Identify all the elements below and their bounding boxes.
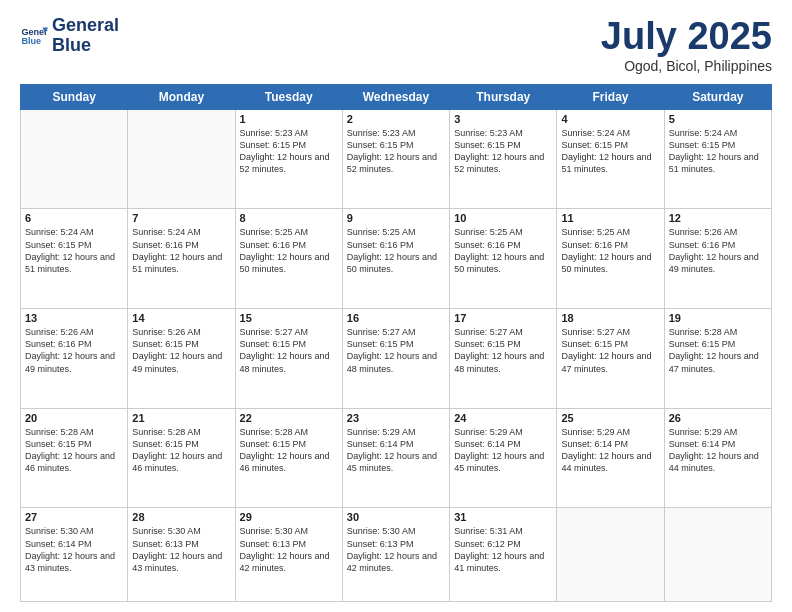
- day-info: Sunrise: 5:24 AMSunset: 6:15 PMDaylight:…: [561, 127, 659, 176]
- day-info: Sunrise: 5:25 AMSunset: 6:16 PMDaylight:…: [240, 226, 338, 275]
- day-info: Sunrise: 5:30 AMSunset: 6:13 PMDaylight:…: [240, 525, 338, 574]
- calendar-cell: 25Sunrise: 5:29 AMSunset: 6:14 PMDayligh…: [557, 408, 664, 508]
- day-number: 18: [561, 312, 659, 324]
- calendar-cell: 19Sunrise: 5:28 AMSunset: 6:15 PMDayligh…: [664, 309, 771, 409]
- day-number: 27: [25, 511, 123, 523]
- day-number: 9: [347, 212, 445, 224]
- calendar-cell: 24Sunrise: 5:29 AMSunset: 6:14 PMDayligh…: [450, 408, 557, 508]
- calendar-cell: 10Sunrise: 5:25 AMSunset: 6:16 PMDayligh…: [450, 209, 557, 309]
- day-number: 21: [132, 412, 230, 424]
- day-info: Sunrise: 5:25 AMSunset: 6:16 PMDaylight:…: [347, 226, 445, 275]
- weekday-header-wednesday: Wednesday: [342, 84, 449, 109]
- weekday-header-monday: Monday: [128, 84, 235, 109]
- calendar-cell: 8Sunrise: 5:25 AMSunset: 6:16 PMDaylight…: [235, 209, 342, 309]
- calendar-cell: [557, 508, 664, 602]
- day-info: Sunrise: 5:28 AMSunset: 6:15 PMDaylight:…: [669, 326, 767, 375]
- day-info: Sunrise: 5:27 AMSunset: 6:15 PMDaylight:…: [454, 326, 552, 375]
- calendar-cell: 4Sunrise: 5:24 AMSunset: 6:15 PMDaylight…: [557, 109, 664, 209]
- calendar-cell: 9Sunrise: 5:25 AMSunset: 6:16 PMDaylight…: [342, 209, 449, 309]
- day-number: 2: [347, 113, 445, 125]
- day-number: 12: [669, 212, 767, 224]
- day-info: Sunrise: 5:25 AMSunset: 6:16 PMDaylight:…: [561, 226, 659, 275]
- calendar-cell: 1Sunrise: 5:23 AMSunset: 6:15 PMDaylight…: [235, 109, 342, 209]
- day-info: Sunrise: 5:27 AMSunset: 6:15 PMDaylight:…: [240, 326, 338, 375]
- title-block: July 2025 Ogod, Bicol, Philippines: [601, 16, 772, 74]
- day-info: Sunrise: 5:30 AMSunset: 6:14 PMDaylight:…: [25, 525, 123, 574]
- location-subtitle: Ogod, Bicol, Philippines: [601, 58, 772, 74]
- day-number: 28: [132, 511, 230, 523]
- svg-text:Blue: Blue: [21, 36, 41, 46]
- day-number: 31: [454, 511, 552, 523]
- day-info: Sunrise: 5:23 AMSunset: 6:15 PMDaylight:…: [347, 127, 445, 176]
- day-number: 5: [669, 113, 767, 125]
- weekday-header-tuesday: Tuesday: [235, 84, 342, 109]
- weekday-header-thursday: Thursday: [450, 84, 557, 109]
- weekday-header-sunday: Sunday: [21, 84, 128, 109]
- calendar-cell: 27Sunrise: 5:30 AMSunset: 6:14 PMDayligh…: [21, 508, 128, 602]
- logo: General Blue General Blue: [20, 16, 119, 56]
- calendar-cell: 28Sunrise: 5:30 AMSunset: 6:13 PMDayligh…: [128, 508, 235, 602]
- day-info: Sunrise: 5:31 AMSunset: 6:12 PMDaylight:…: [454, 525, 552, 574]
- calendar-cell: 22Sunrise: 5:28 AMSunset: 6:15 PMDayligh…: [235, 408, 342, 508]
- day-info: Sunrise: 5:28 AMSunset: 6:15 PMDaylight:…: [25, 426, 123, 475]
- calendar-cell: 6Sunrise: 5:24 AMSunset: 6:15 PMDaylight…: [21, 209, 128, 309]
- day-number: 24: [454, 412, 552, 424]
- day-number: 17: [454, 312, 552, 324]
- page: General Blue General Blue July 2025 Ogod…: [0, 0, 792, 612]
- calendar-cell: 21Sunrise: 5:28 AMSunset: 6:15 PMDayligh…: [128, 408, 235, 508]
- calendar-cell: 3Sunrise: 5:23 AMSunset: 6:15 PMDaylight…: [450, 109, 557, 209]
- day-info: Sunrise: 5:27 AMSunset: 6:15 PMDaylight:…: [347, 326, 445, 375]
- day-number: 7: [132, 212, 230, 224]
- day-number: 26: [669, 412, 767, 424]
- day-info: Sunrise: 5:29 AMSunset: 6:14 PMDaylight:…: [669, 426, 767, 475]
- calendar-cell: 30Sunrise: 5:30 AMSunset: 6:13 PMDayligh…: [342, 508, 449, 602]
- day-number: 20: [25, 412, 123, 424]
- calendar-week-row: 13Sunrise: 5:26 AMSunset: 6:16 PMDayligh…: [21, 309, 772, 409]
- calendar-cell: 17Sunrise: 5:27 AMSunset: 6:15 PMDayligh…: [450, 309, 557, 409]
- day-number: 4: [561, 113, 659, 125]
- day-info: Sunrise: 5:29 AMSunset: 6:14 PMDaylight:…: [561, 426, 659, 475]
- calendar-table: SundayMondayTuesdayWednesdayThursdayFrid…: [20, 84, 772, 602]
- day-number: 14: [132, 312, 230, 324]
- day-number: 19: [669, 312, 767, 324]
- calendar-cell: 15Sunrise: 5:27 AMSunset: 6:15 PMDayligh…: [235, 309, 342, 409]
- day-number: 8: [240, 212, 338, 224]
- day-number: 13: [25, 312, 123, 324]
- weekday-header-row: SundayMondayTuesdayWednesdayThursdayFrid…: [21, 84, 772, 109]
- calendar-cell: 7Sunrise: 5:24 AMSunset: 6:16 PMDaylight…: [128, 209, 235, 309]
- day-number: 29: [240, 511, 338, 523]
- day-number: 25: [561, 412, 659, 424]
- day-info: Sunrise: 5:25 AMSunset: 6:16 PMDaylight:…: [454, 226, 552, 275]
- day-number: 10: [454, 212, 552, 224]
- calendar-cell: 31Sunrise: 5:31 AMSunset: 6:12 PMDayligh…: [450, 508, 557, 602]
- calendar-cell: 16Sunrise: 5:27 AMSunset: 6:15 PMDayligh…: [342, 309, 449, 409]
- calendar-cell: [664, 508, 771, 602]
- calendar-cell: 20Sunrise: 5:28 AMSunset: 6:15 PMDayligh…: [21, 408, 128, 508]
- weekday-header-friday: Friday: [557, 84, 664, 109]
- day-info: Sunrise: 5:24 AMSunset: 6:15 PMDaylight:…: [669, 127, 767, 176]
- calendar-cell: 12Sunrise: 5:26 AMSunset: 6:16 PMDayligh…: [664, 209, 771, 309]
- day-number: 15: [240, 312, 338, 324]
- day-info: Sunrise: 5:23 AMSunset: 6:15 PMDaylight:…: [240, 127, 338, 176]
- calendar-cell: [128, 109, 235, 209]
- day-info: Sunrise: 5:24 AMSunset: 6:15 PMDaylight:…: [25, 226, 123, 275]
- day-info: Sunrise: 5:23 AMSunset: 6:15 PMDaylight:…: [454, 127, 552, 176]
- day-info: Sunrise: 5:24 AMSunset: 6:16 PMDaylight:…: [132, 226, 230, 275]
- calendar-cell: 26Sunrise: 5:29 AMSunset: 6:14 PMDayligh…: [664, 408, 771, 508]
- calendar-cell: 23Sunrise: 5:29 AMSunset: 6:14 PMDayligh…: [342, 408, 449, 508]
- day-number: 11: [561, 212, 659, 224]
- day-info: Sunrise: 5:28 AMSunset: 6:15 PMDaylight:…: [132, 426, 230, 475]
- calendar-week-row: 1Sunrise: 5:23 AMSunset: 6:15 PMDaylight…: [21, 109, 772, 209]
- calendar-cell: 18Sunrise: 5:27 AMSunset: 6:15 PMDayligh…: [557, 309, 664, 409]
- day-number: 3: [454, 113, 552, 125]
- day-info: Sunrise: 5:28 AMSunset: 6:15 PMDaylight:…: [240, 426, 338, 475]
- calendar-cell: 11Sunrise: 5:25 AMSunset: 6:16 PMDayligh…: [557, 209, 664, 309]
- day-info: Sunrise: 5:29 AMSunset: 6:14 PMDaylight:…: [347, 426, 445, 475]
- calendar-week-row: 6Sunrise: 5:24 AMSunset: 6:15 PMDaylight…: [21, 209, 772, 309]
- calendar-cell: 29Sunrise: 5:30 AMSunset: 6:13 PMDayligh…: [235, 508, 342, 602]
- day-number: 16: [347, 312, 445, 324]
- day-number: 22: [240, 412, 338, 424]
- day-info: Sunrise: 5:26 AMSunset: 6:16 PMDaylight:…: [669, 226, 767, 275]
- day-info: Sunrise: 5:26 AMSunset: 6:16 PMDaylight:…: [25, 326, 123, 375]
- day-info: Sunrise: 5:29 AMSunset: 6:14 PMDaylight:…: [454, 426, 552, 475]
